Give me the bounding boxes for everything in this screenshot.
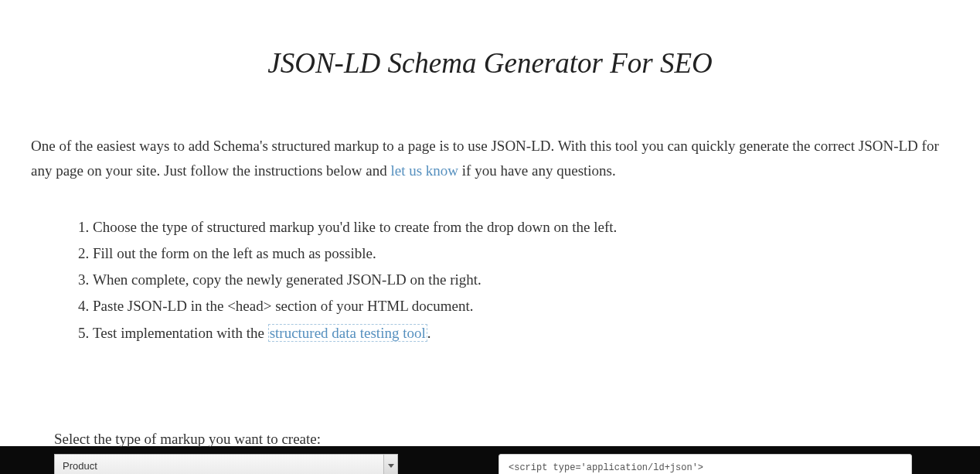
- step-1: Choose the type of structured markup you…: [93, 215, 949, 240]
- selected-value: Product: [63, 460, 97, 472]
- step-5-after: .: [427, 325, 431, 341]
- page-title: JSON-LD Schema Generator For SEO: [31, 46, 949, 80]
- let-us-know-link[interactable]: let us know: [390, 162, 458, 179]
- structured-data-testing-tool-link[interactable]: structured data testing tool: [268, 324, 427, 342]
- chevron-down-icon: [383, 455, 397, 474]
- step-4: Paste JSON-LD in the <head> section of y…: [93, 294, 949, 319]
- step-5-before: Test implementation with the: [93, 325, 268, 341]
- intro-text-after: if you have any questions.: [458, 162, 616, 179]
- intro-paragraph: One of the easiest ways to add Schema's …: [31, 134, 949, 184]
- step-3: When complete, copy the newly generated …: [93, 268, 949, 292]
- instructions-list: Choose the type of structured markup you…: [93, 215, 949, 346]
- step-5: Test implementation with the structured …: [93, 321, 949, 346]
- select-label: Select the type of markup you want to cr…: [54, 431, 949, 448]
- markup-type-select[interactable]: Product: [54, 454, 398, 474]
- json-ld-output[interactable]: <script type='application/ld+json'> { "@…: [499, 454, 912, 474]
- step-2: Fill out the form on the left as much as…: [93, 241, 949, 266]
